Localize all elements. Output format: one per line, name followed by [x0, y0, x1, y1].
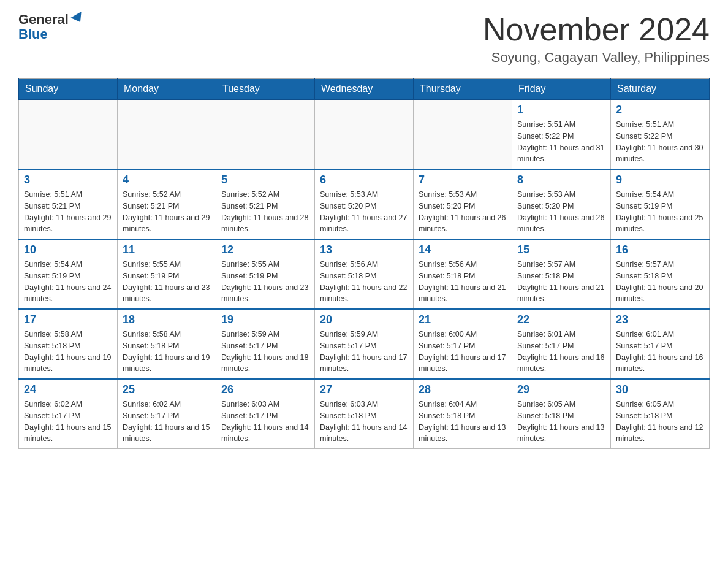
calendar-cell: 30Sunrise: 6:05 AMSunset: 5:18 PMDayligh… — [611, 379, 710, 449]
day-info: Sunrise: 5:54 AMSunset: 5:19 PMDaylight:… — [616, 189, 704, 235]
day-number: 20 — [320, 313, 408, 326]
day-info: Sunrise: 5:51 AMSunset: 5:21 PMDaylight:… — [24, 189, 112, 235]
calendar-cell: 11Sunrise: 5:55 AMSunset: 5:19 PMDayligh… — [118, 239, 216, 309]
day-number: 21 — [419, 313, 507, 326]
calendar-cell: 10Sunrise: 5:54 AMSunset: 5:19 PMDayligh… — [19, 239, 118, 309]
day-number: 16 — [616, 243, 704, 256]
day-info: Sunrise: 5:51 AMSunset: 5:22 PMDaylight:… — [616, 119, 704, 165]
calendar-header-cell: Tuesday — [216, 79, 315, 100]
day-info: Sunrise: 5:51 AMSunset: 5:22 PMDaylight:… — [517, 119, 605, 165]
calendar-cell: 2Sunrise: 5:51 AMSunset: 5:22 PMDaylight… — [611, 100, 710, 170]
day-info: Sunrise: 5:55 AMSunset: 5:19 PMDaylight:… — [221, 259, 309, 305]
calendar-cell: 25Sunrise: 6:02 AMSunset: 5:17 PMDayligh… — [118, 379, 216, 449]
day-info: Sunrise: 5:56 AMSunset: 5:18 PMDaylight:… — [320, 259, 408, 305]
day-number: 5 — [221, 174, 309, 186]
day-number: 13 — [320, 243, 408, 256]
day-info: Sunrise: 5:53 AMSunset: 5:20 PMDaylight:… — [419, 189, 507, 235]
calendar-cell: 7Sunrise: 5:53 AMSunset: 5:20 PMDaylight… — [414, 169, 512, 239]
day-info: Sunrise: 6:01 AMSunset: 5:17 PMDaylight:… — [616, 329, 704, 375]
calendar-cell: 27Sunrise: 6:03 AMSunset: 5:18 PMDayligh… — [315, 379, 414, 449]
calendar-header-cell: Saturday — [611, 79, 710, 100]
calendar-cell: 12Sunrise: 5:55 AMSunset: 5:19 PMDayligh… — [216, 239, 315, 309]
day-info: Sunrise: 6:01 AMSunset: 5:17 PMDaylight:… — [517, 329, 605, 375]
day-number: 27 — [320, 383, 408, 396]
calendar-cell — [216, 100, 315, 170]
main-title: November 2024 — [483, 12, 710, 47]
calendar-header-cell: Wednesday — [315, 79, 414, 100]
calendar-cell: 16Sunrise: 5:57 AMSunset: 5:18 PMDayligh… — [611, 239, 710, 309]
calendar-week-row: 24Sunrise: 6:02 AMSunset: 5:17 PMDayligh… — [19, 379, 710, 449]
calendar-header: SundayMondayTuesdayWednesdayThursdayFrid… — [19, 79, 710, 100]
day-number: 10 — [24, 243, 112, 256]
calendar-week-row: 3Sunrise: 5:51 AMSunset: 5:21 PMDaylight… — [19, 169, 710, 239]
day-info: Sunrise: 5:52 AMSunset: 5:21 PMDaylight:… — [123, 189, 211, 235]
logo-general-text: General — [18, 12, 69, 27]
calendar-table: SundayMondayTuesdayWednesdayThursdayFrid… — [18, 78, 710, 449]
day-info: Sunrise: 5:58 AMSunset: 5:18 PMDaylight:… — [24, 329, 112, 375]
day-number: 8 — [517, 174, 605, 186]
day-number: 1 — [517, 104, 605, 117]
calendar-cell: 28Sunrise: 6:04 AMSunset: 5:18 PMDayligh… — [414, 379, 512, 449]
calendar-cell: 6Sunrise: 5:53 AMSunset: 5:20 PMDaylight… — [315, 169, 414, 239]
calendar-cell — [414, 100, 512, 170]
day-number: 6 — [320, 174, 408, 186]
day-info: Sunrise: 6:00 AMSunset: 5:17 PMDaylight:… — [419, 329, 507, 375]
day-number: 26 — [221, 383, 309, 396]
day-number: 12 — [221, 243, 309, 256]
calendar-cell: 8Sunrise: 5:53 AMSunset: 5:20 PMDaylight… — [512, 169, 611, 239]
calendar-cell: 5Sunrise: 5:52 AMSunset: 5:21 PMDaylight… — [216, 169, 315, 239]
day-number: 18 — [123, 313, 211, 326]
day-number: 28 — [419, 383, 507, 396]
calendar-cell: 9Sunrise: 5:54 AMSunset: 5:19 PMDaylight… — [611, 169, 710, 239]
day-info: Sunrise: 5:58 AMSunset: 5:18 PMDaylight:… — [123, 329, 211, 375]
day-info: Sunrise: 6:02 AMSunset: 5:17 PMDaylight:… — [24, 399, 112, 445]
calendar-cell: 20Sunrise: 5:59 AMSunset: 5:17 PMDayligh… — [315, 309, 414, 379]
calendar-header-cell: Thursday — [414, 79, 512, 100]
day-info: Sunrise: 6:05 AMSunset: 5:18 PMDaylight:… — [616, 399, 704, 445]
calendar-cell: 13Sunrise: 5:56 AMSunset: 5:18 PMDayligh… — [315, 239, 414, 309]
day-number: 2 — [616, 104, 704, 117]
calendar-header-row: SundayMondayTuesdayWednesdayThursdayFrid… — [19, 79, 710, 100]
day-info: Sunrise: 5:57 AMSunset: 5:18 PMDaylight:… — [616, 259, 704, 305]
day-info: Sunrise: 5:59 AMSunset: 5:17 PMDaylight:… — [320, 329, 408, 375]
day-number: 23 — [616, 313, 704, 326]
day-number: 17 — [24, 313, 112, 326]
calendar-cell: 26Sunrise: 6:03 AMSunset: 5:17 PMDayligh… — [216, 379, 315, 449]
calendar-cell: 15Sunrise: 5:57 AMSunset: 5:18 PMDayligh… — [512, 239, 611, 309]
day-info: Sunrise: 6:05 AMSunset: 5:18 PMDaylight:… — [517, 399, 605, 445]
calendar-cell: 17Sunrise: 5:58 AMSunset: 5:18 PMDayligh… — [19, 309, 118, 379]
logo-blue-text: Blue — [18, 27, 48, 42]
day-number: 7 — [419, 174, 507, 186]
day-number: 15 — [517, 243, 605, 256]
calendar-cell: 1Sunrise: 5:51 AMSunset: 5:22 PMDaylight… — [512, 100, 611, 170]
calendar-header-cell: Monday — [118, 79, 216, 100]
calendar-cell: 3Sunrise: 5:51 AMSunset: 5:21 PMDaylight… — [19, 169, 118, 239]
day-info: Sunrise: 6:04 AMSunset: 5:18 PMDaylight:… — [419, 399, 507, 445]
day-number: 30 — [616, 383, 704, 396]
logo: General Blue — [18, 12, 82, 42]
day-number: 4 — [123, 174, 211, 186]
calendar-cell: 4Sunrise: 5:52 AMSunset: 5:21 PMDaylight… — [118, 169, 216, 239]
calendar-cell: 24Sunrise: 6:02 AMSunset: 5:17 PMDayligh… — [19, 379, 118, 449]
day-number: 9 — [616, 174, 704, 186]
calendar-cell: 21Sunrise: 6:00 AMSunset: 5:17 PMDayligh… — [414, 309, 512, 379]
day-info: Sunrise: 5:55 AMSunset: 5:19 PMDaylight:… — [123, 259, 211, 305]
calendar-header-cell: Sunday — [19, 79, 118, 100]
day-info: Sunrise: 5:53 AMSunset: 5:20 PMDaylight:… — [517, 189, 605, 235]
calendar-cell: 19Sunrise: 5:59 AMSunset: 5:17 PMDayligh… — [216, 309, 315, 379]
calendar-body: 1Sunrise: 5:51 AMSunset: 5:22 PMDaylight… — [19, 100, 710, 449]
calendar-cell: 23Sunrise: 6:01 AMSunset: 5:17 PMDayligh… — [611, 309, 710, 379]
calendar-header-cell: Friday — [512, 79, 611, 100]
day-info: Sunrise: 6:03 AMSunset: 5:18 PMDaylight:… — [320, 399, 408, 445]
calendar-cell: 22Sunrise: 6:01 AMSunset: 5:17 PMDayligh… — [512, 309, 611, 379]
day-info: Sunrise: 5:54 AMSunset: 5:19 PMDaylight:… — [24, 259, 112, 305]
calendar-cell — [19, 100, 118, 170]
subtitle: Soyung, Cagayan Valley, Philippines — [483, 50, 710, 66]
logo-triangle-icon — [70, 12, 85, 25]
day-info: Sunrise: 6:03 AMSunset: 5:17 PMDaylight:… — [221, 399, 309, 445]
day-number: 19 — [221, 313, 309, 326]
day-info: Sunrise: 5:56 AMSunset: 5:18 PMDaylight:… — [419, 259, 507, 305]
title-section: November 2024 Soyung, Cagayan Valley, Ph… — [483, 12, 710, 66]
day-number: 14 — [419, 243, 507, 256]
calendar-cell — [315, 100, 414, 170]
